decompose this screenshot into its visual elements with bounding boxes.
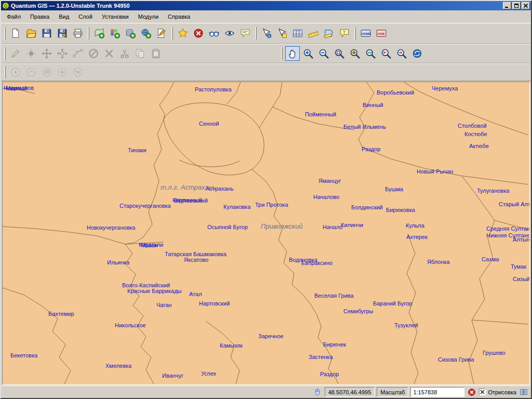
render-checkbox[interactable] [479,389,486,395]
measure-line-button[interactable] [306,26,321,41]
menu-Справка[interactable]: Справка [163,11,195,22]
map-canvas[interactable]: НаримановМирныйРастопуловкаВоробьевскийЧ… [3,82,529,384]
map-area-label: т.л.г. Астрахань [161,184,216,191]
toolbar-handle[interactable] [255,27,257,39]
toolbar-handle[interactable] [281,47,283,60]
menu-Установки[interactable]: Установки [97,11,134,22]
capture-point-button[interactable] [24,46,38,61]
new-vector-layer-icon [156,28,167,38]
node-tool-button[interactable] [71,46,85,61]
crs-status-button[interactable] [518,387,529,397]
minimize-button[interactable] [503,2,511,9]
identify-cursor-button[interactable]: i [259,26,274,41]
zoom-full-button[interactable] [332,46,347,61]
zoom-out-button[interactable] [316,46,331,61]
menu-Слой[interactable]: Слой [74,11,97,22]
coordinate-capture-button[interactable] [312,387,323,397]
file-new-button[interactable] [8,26,23,41]
split-feature-round-button[interactable] [71,65,85,79]
annotation-bubble-button[interactable] [238,26,252,41]
select-cursor-button[interactable] [275,26,289,41]
add-vector-layer-button[interactable] [92,26,107,41]
toolbar-handle[interactable] [171,27,173,39]
measure-area-button[interactable] [322,26,336,41]
map-label: Хмелевка [105,363,131,369]
map-tips-bubble-button[interactable]: ? [337,26,352,41]
home-bookmark-button[interactable]: HOME [358,26,373,41]
file-save-button[interactable] [39,26,54,41]
toolbar-handle[interactable] [88,27,89,39]
map-label: Пойменный [305,111,336,117]
district-boundary [159,82,174,119]
copy-features-button[interactable] [133,46,148,61]
zoom-selected-button[interactable] [348,46,362,61]
remove-layer-icon [193,28,204,38]
map-label: Красные Баррикады [127,288,182,294]
move-vertex-button[interactable] [55,46,70,61]
window-title: Quantum GIS — 1.2.0-Unstable Trunk 94950 [11,3,501,9]
map-label: Кулаковка [223,204,250,210]
pan-hand-button[interactable] [285,46,300,61]
map-label: Застенка [309,354,333,360]
print-button[interactable] [71,26,85,41]
map-label: Бараний Бугор [373,300,412,307]
toolbar-handle[interactable] [4,27,6,39]
attribute-table-button[interactable] [290,26,305,41]
toolbar-handle[interactable] [354,27,356,39]
map-label: Сахма [482,256,499,262]
add-raster-layer-button[interactable] [108,26,122,41]
menu-Вид[interactable]: Вид [54,11,74,22]
cut-features-button[interactable] [117,46,132,61]
stop-render-button[interactable] [467,387,477,397]
scale-input[interactable] [410,387,464,397]
map-label: Растопуловка [195,86,232,92]
capture-point-round-button[interactable] [8,65,23,79]
move-feature-round-button[interactable] [55,65,70,79]
zoom-layer-button[interactable] [363,46,378,61]
close-button[interactable] [522,2,530,9]
add-vector-layer-icon [94,28,104,38]
menu-Модули[interactable]: Модули [134,11,163,22]
map-label: Раздор [320,371,339,377]
map-label: Евпраксино [301,260,332,266]
file-save-as-button[interactable] [55,26,70,41]
measure-area-icon [324,28,334,38]
menu-Правка[interactable]: Правка [25,11,54,22]
zoom-in-button[interactable] [301,46,315,61]
zoom-last-button[interactable] [379,46,393,61]
map-label: Старый Алтынжар [499,201,529,207]
toolbar-handle[interactable] [4,66,6,78]
refresh-button[interactable] [410,46,424,61]
mouse-coordinates-icon [313,388,322,396]
zoom-selected-icon [350,48,360,59]
remove-layer-button[interactable] [191,26,206,41]
zoom-next-button[interactable] [394,46,409,61]
show-map-tips-eye-button[interactable] [222,26,237,41]
paste-features-button[interactable] [149,46,163,61]
annotation-bubble-icon [240,28,250,38]
new-vector-layer-button[interactable] [154,26,169,41]
toolbar-handle[interactable] [4,47,6,60]
add-postgis-layer-button[interactable] [123,26,138,41]
map-label: Веселая Грива [314,292,354,299]
custom-home-bookmark-button[interactable]: НОВ [374,26,389,41]
titlebar[interactable]: Q Quantum GIS — 1.2.0-Unstable Trunk 949… [1,1,531,10]
map-label: Бекетовка [10,352,37,358]
map-label: Яманцуг [318,178,341,184]
map-label: Тинаки [128,147,147,153]
add-wms-layer-button[interactable] [139,26,153,41]
new-bookmark-star-button[interactable] [176,26,190,41]
toggle-editing-pencil-button[interactable] [8,46,23,61]
folder-open-button[interactable] [24,26,38,41]
map-label: Заречное [258,333,284,339]
identify-glasses-button[interactable] [207,26,221,41]
move-feature-button[interactable] [39,46,54,61]
close-icon [524,4,528,8]
maximize-button[interactable] [512,2,521,9]
delete-vertex-button[interactable] [102,46,116,61]
capture-line-round-button[interactable] [24,65,38,79]
delete-selected-button[interactable] [86,46,101,61]
capture-polygon-round-button[interactable] [39,65,54,79]
menu-Файл[interactable]: Файл [2,11,25,22]
custom-home-bookmark-icon: НОВ [376,28,387,38]
